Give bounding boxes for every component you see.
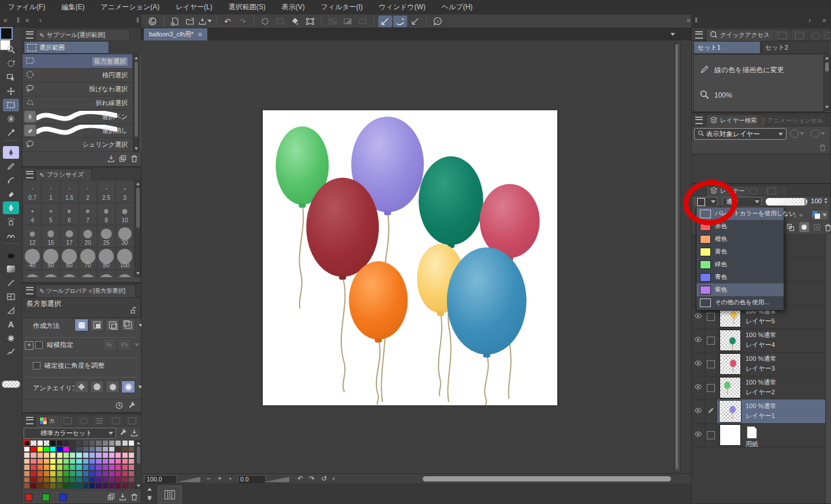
color-swatch[interactable] (57, 446, 63, 453)
color-swatch[interactable] (109, 477, 115, 483)
opacity-slider[interactable] (766, 198, 807, 206)
color-swatch[interactable] (89, 440, 95, 446)
brush-size-25[interactable]: 25 (97, 225, 115, 248)
layer-checkbox[interactable] (707, 313, 715, 321)
color-swatch[interactable] (102, 458, 109, 465)
subtool-item-5[interactable]: 選択ペン (23, 110, 132, 124)
color-swatch[interactable] (76, 477, 82, 483)
opacity-spinner[interactable] (823, 197, 828, 204)
brush-size-1.5[interactable]: 1.5 (60, 180, 79, 203)
color-swatch[interactable] (30, 440, 36, 446)
transform-icon[interactable] (303, 16, 317, 27)
color-swatch[interactable] (50, 452, 56, 458)
selection-to-layer-dropdown[interactable] (811, 210, 829, 221)
color-swatch[interactable] (83, 483, 89, 489)
color-swatch[interactable] (50, 477, 56, 483)
brush-size-40[interactable]: 40 (23, 248, 42, 270)
document-tab[interactable]: balloon3_clh用* (144, 28, 207, 40)
snap-grid-icon[interactable] (408, 16, 422, 27)
color-swatch[interactable] (122, 483, 128, 489)
color-swatch[interactable] (89, 477, 95, 483)
layer-thumbnail[interactable] (720, 330, 741, 351)
opacity-value[interactable]: 100 (811, 197, 822, 204)
brush-size-extra[interactable] (42, 270, 60, 277)
color-swatch[interactable] (122, 440, 128, 446)
subtool-item-3[interactable]: 投げなわ選択 (23, 82, 132, 96)
panel-splitter-icon[interactable]: ‖ (695, 16, 698, 24)
layer-row[interactable]: 100 %通常レイヤー4 (692, 328, 825, 353)
color-swatch[interactable] (57, 452, 63, 458)
color-swatch[interactable] (69, 440, 76, 446)
ruler-tool[interactable] (3, 304, 19, 317)
main-color-swatch[interactable] (0, 27, 13, 40)
color-swatch[interactable] (57, 440, 63, 446)
color-swatch[interactable] (43, 446, 50, 453)
save-file-icon[interactable] (198, 16, 212, 27)
color-swatch[interactable] (57, 458, 63, 465)
panel-menu-icon[interactable] (26, 31, 33, 39)
color-set-scrollbar[interactable] (135, 440, 141, 489)
color-swatch[interactable] (24, 458, 30, 465)
snap-special-icon[interactable] (393, 16, 407, 27)
color-swatch[interactable] (128, 452, 135, 458)
tab-subtool[interactable]: ✎ サブツール[選択範囲] (35, 29, 130, 41)
search-option-2[interactable] (811, 129, 825, 138)
color-swatch[interactable] (109, 446, 115, 453)
opacity-handle[interactable] (804, 198, 806, 206)
tab-layer-search[interactable]: レイヤー検索 (706, 114, 765, 126)
percent-button[interactable]: % (102, 338, 116, 351)
layer-row[interactable]: 用紙 (692, 423, 825, 447)
color-swatch[interactable] (83, 458, 89, 465)
new-canvas-icon[interactable] (168, 16, 182, 27)
tab-overflow-icon[interactable] (670, 33, 675, 36)
aa-weak-button[interactable] (90, 380, 104, 393)
brush-size-scrollbar[interactable] (135, 180, 141, 277)
layer-row[interactable]: 100 %通常レイヤー1 (692, 400, 825, 424)
color-swatch[interactable] (102, 477, 109, 483)
color-swatch[interactable] (128, 440, 135, 446)
palette-menu-item-6[interactable]: 青色 (696, 271, 784, 283)
palette-menu-item-3[interactable]: 橙色 (696, 233, 784, 245)
color-swatch[interactable] (95, 464, 102, 471)
collapse-panel-icon[interactable]: « (3, 16, 8, 24)
rotate-ccw-icon[interactable]: ↶ (297, 475, 303, 483)
fill-tool[interactable] (3, 249, 19, 262)
undo-icon[interactable]: ↶ (221, 16, 234, 27)
color-swatch[interactable] (63, 483, 69, 489)
brush-size-extra[interactable] (115, 270, 134, 277)
figure-tool[interactable] (3, 277, 19, 289)
selection-launcher-rect-icon[interactable] (356, 16, 370, 27)
color-swatch[interactable] (37, 452, 43, 458)
snap-ruler-icon[interactable] (378, 16, 392, 27)
app-logo-icon[interactable] (146, 16, 159, 27)
color-swatch[interactable] (76, 483, 82, 489)
fill-selection-icon[interactable] (288, 16, 302, 27)
canvas-hscrollbar[interactable] (423, 476, 671, 481)
color-swatch[interactable] (50, 458, 56, 465)
color-swatch[interactable] (63, 458, 69, 465)
color-swatch[interactable] (37, 440, 43, 446)
color-swatch[interactable] (63, 471, 69, 477)
color-swatch[interactable] (69, 458, 76, 465)
expand-panel-icon[interactable]: › (808, 16, 811, 24)
unlock-icon[interactable] (129, 307, 137, 316)
color-swatch[interactable] (109, 483, 115, 489)
panel-menu-icon[interactable] (26, 171, 33, 178)
color-swatch[interactable] (69, 477, 76, 483)
color-swatch[interactable] (89, 452, 95, 458)
color-swatch[interactable] (95, 471, 102, 477)
brush-size-80[interactable]: 80 (97, 248, 115, 270)
eye-icon[interactable] (694, 312, 703, 322)
auto-select-tool[interactable] (3, 113, 19, 125)
remove-selection-button[interactable] (106, 319, 120, 331)
color-swatch[interactable] (109, 464, 115, 471)
color-swatch[interactable] (43, 440, 50, 446)
menu-layer[interactable]: レイヤー(L) (167, 0, 221, 14)
color-swatch[interactable] (122, 458, 128, 465)
gradient-tool[interactable] (3, 263, 19, 275)
subtool-item-4[interactable]: 折れ線選択 (23, 96, 132, 110)
eraser-tool[interactable] (3, 188, 19, 200)
panel-menu-icon[interactable] (695, 117, 703, 124)
dock-up-icon[interactable] (147, 488, 152, 491)
color-swatch[interactable] (83, 464, 89, 471)
